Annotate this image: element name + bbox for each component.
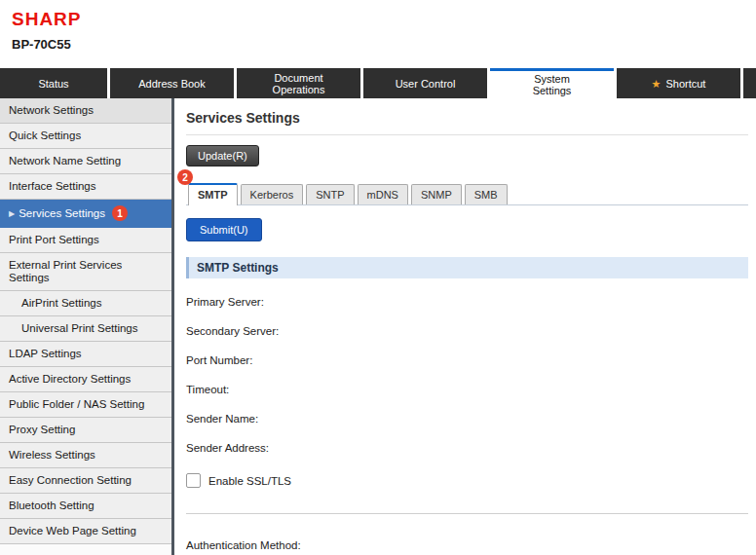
sidebar-item-device-web-page-setting[interactable]: Device Web Page Setting <box>0 519 171 544</box>
sidebar-item-label: Network Name Setting <box>9 155 121 167</box>
sidebar-item-label: AirPrint Settings <box>21 297 101 310</box>
authentication-method-label: Authentication Method: <box>186 539 748 551</box>
star-icon: ★ <box>652 78 662 90</box>
sidebar-item-wireless-settings[interactable]: Wireless Settings <box>0 443 171 468</box>
sidebar-item-services-settings[interactable]: ▶ Services Settings 1 <box>0 200 171 228</box>
sharp-logo: SHARP <box>12 9 756 30</box>
nav-tab-user-control[interactable]: User Control <box>363 68 487 98</box>
timeout-label: Timeout: <box>186 384 748 395</box>
sidebar-item-label: LDAP Settings <box>9 348 82 360</box>
sidebar-item-external-print-services-settings[interactable]: External Print Services Settings <box>0 253 171 291</box>
sender-name-label: Sender Name: <box>186 413 748 425</box>
nav-tab-label: System Settings <box>533 73 572 96</box>
selected-arrow-icon: ▶ <box>9 207 15 220</box>
sidebar-item-label: Wireless Settings <box>9 449 95 462</box>
nav-tab-label: Document Operations <box>273 72 325 95</box>
sidebar-item-airprint-settings[interactable]: AirPrint Settings <box>0 291 171 316</box>
sidebar-item-label: Network Settings <box>9 104 94 117</box>
sidebar-item-easy-connection-setting[interactable]: Easy Connection Setting <box>0 468 171 494</box>
ssl-checkbox-row: Enable SSL/TLS <box>186 473 748 488</box>
tab-kerberos[interactable]: Kerberos <box>241 184 304 204</box>
sidebar-item-universal-print-settings[interactable]: Universal Print Settings <box>0 316 171 342</box>
sidebar-item-label: External Print Services Settings <box>9 259 166 284</box>
nav-tab-shortcut[interactable]: ★ Shortcut <box>617 68 740 98</box>
sidebar-item-bluetooth-setting[interactable]: Bluetooth Setting <box>0 494 171 519</box>
annotation-badge-2: 2 <box>177 169 193 185</box>
update-button[interactable]: Update(R) <box>186 145 259 166</box>
sidebar-item-label: Universal Print Settings <box>21 322 138 335</box>
nav-tab-address-book[interactable]: Address Book <box>110 68 234 98</box>
nav-tab-status[interactable]: Status <box>0 68 107 98</box>
secondary-server-label: Secondary Server: <box>186 325 748 337</box>
sidebar-item-label: Active Directory Settings <box>9 373 131 386</box>
nav-tab-label: Address Book <box>138 78 205 90</box>
nav-tab-label: User Control <box>396 78 456 90</box>
primary-server-label: Primary Server: <box>186 296 748 308</box>
sidebar-item-ldap-settings[interactable]: LDAP Settings <box>0 342 171 367</box>
main-layout: Network Settings Quick Settings Network … <box>0 98 756 555</box>
sidebar-item-public-folder-nas-setting[interactable]: Public Folder / NAS Setting <box>0 392 171 418</box>
sidebar-item-label: Services Settings <box>19 207 105 220</box>
port-number-label: Port Number: <box>186 354 748 366</box>
top-navbar: Status Address Book Document Operations … <box>0 68 756 98</box>
submit-button[interactable]: Submit(U) <box>186 218 262 241</box>
sidebar-item-active-directory-settings[interactable]: Active Directory Settings <box>0 367 171 392</box>
sidebar-item-label: Bluetooth Setting <box>9 500 94 512</box>
protocol-tabs: 2 SMTP Kerberos SNTP mDNS SNMP SMB <box>186 183 748 205</box>
section-divider <box>186 513 748 514</box>
sidebar-item-print-port-settings[interactable]: Print Port Settings <box>0 228 171 253</box>
nav-tab-document-operations[interactable]: Document Operations <box>237 68 360 98</box>
page-title: Services Settings <box>186 110 748 135</box>
sidebar-item-label: Device Web Page Setting <box>9 525 136 537</box>
nav-tab-label: Status <box>38 78 68 90</box>
sidebar-item-network-name-setting[interactable]: Network Name Setting <box>0 149 171 174</box>
nav-tab-label: Shortcut <box>665 78 705 90</box>
sidebar-item-quick-settings[interactable]: Quick Settings <box>0 124 171 149</box>
sidebar-item-network-settings[interactable]: Network Settings <box>0 98 171 124</box>
sidebar-item-label: Easy Connection Setting <box>9 474 132 487</box>
smtp-settings-section-header: SMTP Settings <box>186 257 748 278</box>
sidebar-item-proxy-setting[interactable]: Proxy Setting <box>0 418 171 443</box>
sender-address-label: Sender Address: <box>186 442 748 454</box>
tab-smtp[interactable]: SMTP <box>188 183 238 205</box>
sidebar-item-label: Interface Settings <box>9 180 96 193</box>
tab-mdns[interactable]: mDNS <box>358 184 408 204</box>
sidebar-item-label: Print Port Settings <box>9 234 99 246</box>
tab-snmp[interactable]: SNMP <box>411 184 462 204</box>
sidebar-item-label: Public Folder / NAS Setting <box>9 398 144 411</box>
ssl-checkbox-label: Enable SSL/TLS <box>208 475 291 487</box>
sidebar-item-label: Quick Settings <box>9 130 81 142</box>
settings-sidebar: Network Settings Quick Settings Network … <box>0 98 171 555</box>
content-panel: Services Settings Update(R) 2 SMTP Kerbe… <box>171 98 756 555</box>
navbar-filler <box>743 68 756 98</box>
page-header: SHARP BP-70C55 <box>0 0 756 68</box>
device-model: BP-70C55 <box>12 37 756 52</box>
sidebar-item-interface-settings[interactable]: Interface Settings <box>0 174 171 200</box>
tab-sntp[interactable]: SNTP <box>306 184 354 204</box>
ssl-checkbox[interactable] <box>186 473 201 488</box>
annotation-badge-1: 1 <box>112 205 128 221</box>
tab-smb[interactable]: SMB <box>465 184 508 204</box>
nav-tab-system-settings[interactable]: System Settings <box>490 68 614 98</box>
sidebar-item-label: Proxy Setting <box>9 424 75 436</box>
